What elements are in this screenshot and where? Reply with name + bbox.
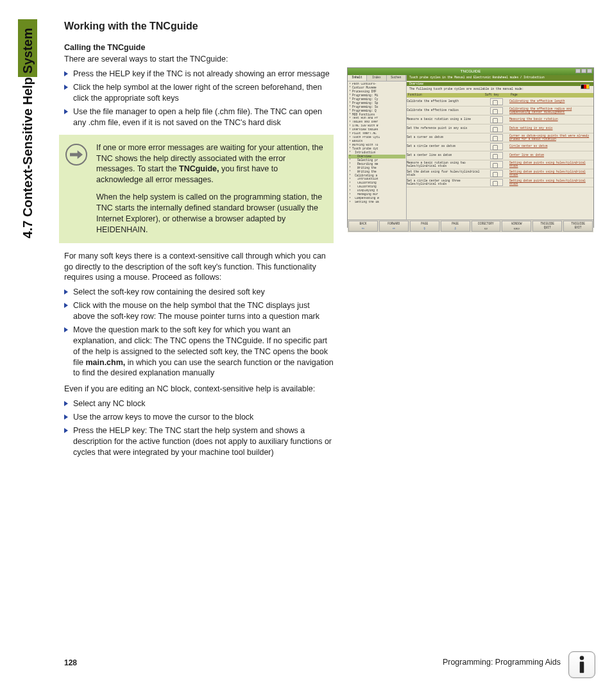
tncguide-screenshot: TNCGUIDE Inhalt Index Suchen Path Contou… [347,67,594,228]
table-row: Calibrate the effective radiusCalibratin… [407,107,593,115]
list-item: Press the HELP key: The TNC start the he… [64,425,334,458]
list-item: Click with the mouse on the help symbol … [64,300,334,322]
list-item: Click the help symbol at the lower right… [64,82,334,104]
cell-page-link[interactable]: Circle center as datum [509,145,593,148]
table-row: Set a circle center as datumCircle cente… [407,142,593,151]
list-item: Select the soft-key row containing the d… [64,287,334,298]
window-buttons [575,69,592,73]
breadcrumb: Touch probe cycles in the Manual and Ele… [407,75,593,81]
cell-function: Set a circle center as datum [407,145,484,148]
table-row: Measure a basic rotation using two holes… [407,160,593,169]
softkey-button[interactable]: BACK⇦ [348,221,378,232]
list-item: Select any NC block [64,398,334,409]
cell-softkey[interactable] [484,161,509,168]
page-number: 128 [64,658,77,668]
main-content: Working with the TNCguide Calling the TN… [64,19,334,463]
subheading: Calling the TNCguide [64,42,334,53]
window-title: TNCGUIDE [461,69,480,73]
table-row: Set the datum using four holes/cylindric… [407,169,593,178]
softkey-button[interactable]: WINDOW▭▭ [502,221,531,232]
col-softkey: Soft key [484,93,509,98]
list-item: Move the question mark to the soft key f… [64,325,334,379]
table-row: Set a corner as datumCorner as datum—usi… [407,133,593,142]
table-row: Calibrate the effective lengthCalibratin… [407,98,593,107]
text-bold: TNCguide, [179,164,219,173]
cell-function: Calibrate the effective length [407,100,484,103]
overview-heading: Overview [407,82,593,87]
content-note: The following touch probe cycles are ava… [407,86,593,93]
nav-panel: Inhalt Index Suchen Path Contours-Contou… [348,75,407,219]
cell-page-link[interactable]: Center line as datum [509,154,593,157]
text-bold: main.chm, [85,358,125,367]
cell-softkey[interactable] [484,98,509,105]
table-row: Set a circle center using three holes/cy… [407,178,593,187]
paragraph: Even if you are editing an NC block, con… [64,384,334,395]
table-row: Set the reference point in any axisDatum… [407,124,593,133]
cell-page-link[interactable]: Calibrating the effective length [509,100,593,103]
cell-function: Calibrate the effective radius [407,109,484,112]
softkey-button[interactable]: DIRECTORY▭ [472,221,501,232]
list-item: Press the HELP key if the TNC is not alr… [64,69,334,80]
cell-softkey[interactable] [484,134,509,141]
window-titlebar: TNCGUIDE [348,68,593,75]
arrow-right-icon [65,144,87,166]
cell-page-link[interactable]: Corner as datum—using points that were a… [509,135,593,141]
cell-softkey[interactable] [484,125,509,132]
bullet-list-2: Select the soft-key row containing the d… [64,287,334,379]
bullet-list-3: Select any NC block Use the arrow keys t… [64,398,334,457]
cell-softkey[interactable] [484,143,509,150]
table-row: Set a center line as datumCenter line as… [407,151,593,160]
cell-function: Measure a basic rotation using two holes… [407,162,484,168]
tab-inhalt[interactable]: Inhalt [348,75,367,81]
content-panel: Touch probe cycles in the Manual and Ele… [407,75,593,219]
cell-softkey[interactable] [484,107,509,114]
tab-suchen[interactable]: Suchen [387,75,406,81]
svg-rect-1 [580,662,584,673]
softkey-row: BACK⇦FORWARD⇨PAGE⇧PAGE⇩DIRECTORY▭WINDOW▭… [348,219,593,232]
flag-icon[interactable] [581,84,590,89]
cell-function: Set the reference point in any axis [407,127,484,130]
note-paragraph: When the help system is called on the pr… [96,192,325,235]
cell-function: Set a center line as datum [407,154,484,157]
chapter-label: Programming: Programming Aids [443,657,561,668]
svg-point-0 [580,656,584,660]
list-item: Use the arrow keys to move the cursor to… [64,412,334,423]
list-item: Use the file manager to open a help file… [64,107,334,128]
softkey-button[interactable]: PAGE⇩ [441,221,470,232]
cell-page-link[interactable]: Measuring the basic rotation [509,118,593,121]
cell-page-link[interactable]: Setting datum points using holes/cylindr… [509,180,593,186]
table-body: Calibrate the effective lengthCalibratin… [407,98,593,219]
nav-tree[interactable]: Path Contours-Contour MovemeProcessing D… [348,81,406,219]
softkey-button[interactable]: FORWARD⇨ [379,221,409,232]
col-function: Function [407,93,484,98]
note-box: If one or more error messages are waitin… [59,135,334,243]
cell-softkey[interactable] [484,116,509,123]
cell-page-link[interactable]: Datum setting in any axis [509,127,593,130]
table-row: Measure a basic rotation using a lineMea… [407,115,593,124]
cell-function: Set a circle center using three holes/cy… [407,180,484,186]
cell-softkey[interactable] [484,170,509,177]
section-number-title: 4.7 Context-Sensitive Help System [19,28,37,323]
bullet-list-1: Press the HELP key if the TNC is not alr… [64,69,334,128]
softkey-button[interactable]: PAGE⇧ [410,221,439,232]
cell-function: Measure a basic rotation using a line [407,118,484,121]
paragraph: For many soft keys there is a context-se… [64,251,334,284]
tab-index[interactable]: Index [367,75,386,81]
section-sidebar: 4.7 Context-Sensitive Help System [18,19,37,314]
cell-function: Set the datum using four holes/cylindric… [407,171,484,177]
cell-page-link[interactable]: Setting datum points using holes/cylindr… [509,171,593,177]
nav-tabs: Inhalt Index Suchen [348,75,406,81]
note-paragraph: If one or more error messages are waitin… [96,142,325,186]
cell-softkey[interactable] [484,179,509,186]
cell-page-link[interactable]: Setting datum points using holes/cylindr… [509,162,593,168]
info-icon[interactable] [568,651,595,678]
cell-softkey[interactable] [484,152,509,159]
cell-function: Set a corner as datum [407,136,484,139]
intro-paragraph: There are several ways to start the TNCg… [64,54,334,65]
softkey-button[interactable]: TNCGUIDEEXIT [563,221,593,232]
page-title: Working with the TNCguide [64,19,334,33]
col-page: Page [509,93,593,98]
softkey-button[interactable]: TNCGUIDEQUIT [532,221,562,232]
cell-page-link[interactable]: Calibrating the effective radius and com… [509,108,593,114]
tree-item[interactable]: Setting the Da [348,201,405,205]
